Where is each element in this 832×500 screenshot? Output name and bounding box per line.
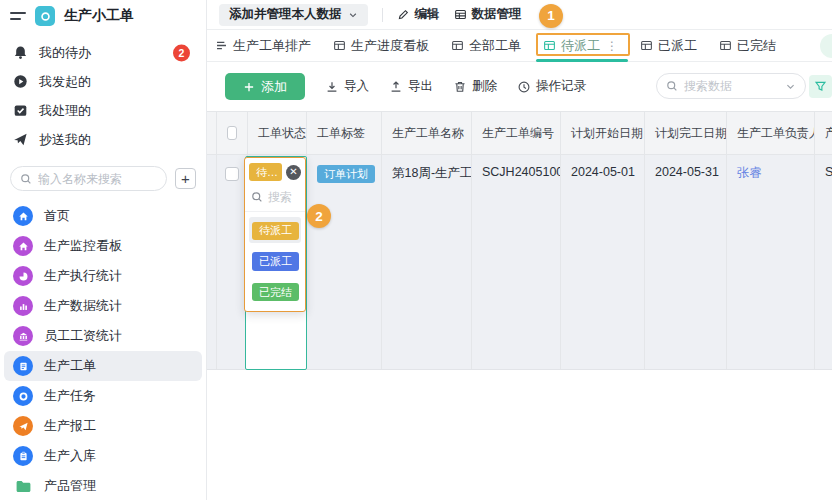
- sidebar-item-home[interactable]: 首页: [4, 201, 202, 231]
- column-header-code[interactable]: 生产工单编号: [472, 112, 561, 154]
- sidebar-item-data-stats[interactable]: 生产数据统计: [4, 291, 202, 321]
- status-select-editor: 待... ✕ 待派工 已派工 已完结: [244, 157, 306, 312]
- add-record-button[interactable]: 添加: [225, 73, 305, 100]
- column-header-status[interactable]: 工单状态: [248, 112, 307, 154]
- sidebar-item-label: 生产监控看板: [44, 237, 122, 255]
- tab-all-orders[interactable]: 全部工单: [451, 30, 521, 62]
- main-area: 添加并管理本人数据 编辑 数据管理 生产工单排产 生产进度看板: [207, 0, 832, 500]
- status-search-row[interactable]: [245, 185, 305, 212]
- annotation-step-1-badge: 1: [539, 4, 563, 28]
- sidebar-header: 生产小工单: [0, 0, 206, 32]
- tab-label: 待派工: [561, 37, 600, 55]
- sidebar-item-handled-by-me[interactable]: 我处理的: [0, 96, 206, 125]
- tab-completed[interactable]: 已完结: [719, 30, 776, 62]
- tab-label: 已派工: [658, 37, 697, 55]
- export-label: 导出: [408, 78, 433, 95]
- tab-label: 全部工单: [469, 37, 521, 55]
- chevron-down-icon[interactable]: [785, 81, 796, 92]
- cell-code[interactable]: SCJH24051001: [472, 155, 561, 369]
- sidebar-item-work-report[interactable]: 生产报工: [4, 411, 202, 441]
- column-header-tag[interactable]: 工单标签: [307, 112, 382, 154]
- sidebar-search-input[interactable]: [38, 172, 157, 186]
- grid-view-icon: [640, 39, 653, 52]
- tab-dispatched[interactable]: 已派工: [640, 30, 697, 62]
- sidebar-add-button[interactable]: +: [175, 168, 196, 189]
- target-icon: [13, 386, 33, 406]
- view-tab-bar: 生产工单排产 生产进度看板 全部工单 待派工 ⋮ 1 已派工: [207, 30, 832, 62]
- data-manage-button[interactable]: 数据管理: [454, 6, 522, 23]
- cell-tag[interactable]: 订单计划: [307, 155, 382, 369]
- cell-start-date[interactable]: 2024-05-01: [561, 155, 645, 369]
- menu-icon[interactable]: [10, 10, 26, 22]
- option-completed[interactable]: 已完结: [249, 279, 301, 305]
- sidebar-item-label: 首页: [44, 207, 70, 225]
- filter-button[interactable]: [809, 75, 832, 98]
- column-header-product[interactable]: 产: [815, 112, 832, 154]
- cell-product[interactable]: S: [815, 155, 832, 369]
- option-dispatched[interactable]: 已派工: [249, 248, 301, 274]
- sidebar-item-inbound[interactable]: 生产入库: [4, 441, 202, 471]
- home-icon: [13, 206, 33, 226]
- sidebar-item-label: 生产任务: [44, 387, 96, 405]
- tab-label: 生产进度看板: [351, 37, 429, 55]
- owner-link[interactable]: 张睿: [737, 166, 762, 180]
- column-header-name[interactable]: 生产工单名称: [382, 112, 472, 154]
- cell-owner[interactable]: 张睿: [727, 155, 815, 369]
- select-all-checkbox[interactable]: [227, 126, 237, 140]
- cell-name[interactable]: 第18周-生产工...: [382, 155, 472, 369]
- bar-chart-icon: [13, 296, 33, 316]
- rank-icon: [215, 39, 228, 52]
- delete-button[interactable]: 删除: [453, 78, 497, 95]
- header-divider: [382, 8, 383, 22]
- status-search-input[interactable]: [268, 190, 299, 204]
- option-pending-dispatch[interactable]: 待派工: [249, 217, 301, 243]
- clipboard-icon: [13, 446, 33, 466]
- sidebar-item-exec-stats[interactable]: 生产执行统计: [4, 261, 202, 291]
- new-view-button[interactable]: 新建视图: [820, 34, 832, 58]
- grid-view-icon: [543, 39, 556, 52]
- sidebar-item-initiated-by-me[interactable]: 我发起的: [0, 67, 206, 96]
- export-button[interactable]: 导出: [389, 78, 433, 95]
- import-button[interactable]: 导入: [325, 78, 369, 95]
- sidebar-item-salary-stats[interactable]: 员工工资统计: [4, 321, 202, 351]
- column-header-start-date[interactable]: 计划开始日期: [561, 112, 645, 154]
- column-header-end-date[interactable]: 计划完工日期: [645, 112, 727, 154]
- sidebar-item-task[interactable]: 生产任务: [4, 381, 202, 411]
- annotation-step-2-badge: 2: [307, 204, 331, 228]
- sidebar-item-label: 员工工资统计: [44, 327, 122, 345]
- manage-data-button[interactable]: 添加并管理本人数据: [219, 4, 368, 26]
- sidebar-item-monitor-board[interactable]: 生产监控看板: [4, 231, 202, 261]
- tab-progress-board[interactable]: 生产进度看板: [333, 30, 429, 62]
- add-label: 添加: [261, 78, 287, 96]
- search-icon: [251, 191, 263, 203]
- history-button[interactable]: 操作记录: [517, 78, 586, 95]
- pie-chart-icon: [13, 266, 33, 286]
- tab-more-icon[interactable]: ⋮: [606, 39, 618, 53]
- app-window: 生产小工单 我的待办 2 我发起的 我处理的: [0, 0, 832, 500]
- table-search-input[interactable]: [684, 79, 779, 93]
- tab-pending-dispatch[interactable]: 待派工 ⋮ 1: [543, 30, 618, 62]
- delete-label: 删除: [472, 78, 497, 95]
- toolbar: 添加 导入 导出 删除 操作记录: [207, 62, 832, 111]
- sidebar-item-cc-to-me[interactable]: 抄送我的: [0, 125, 206, 154]
- selected-status-tag: 待...: [249, 163, 282, 181]
- clock-icon: [517, 80, 531, 94]
- column-header-owner[interactable]: 生产工单负责人: [727, 112, 815, 154]
- row-checkbox[interactable]: [225, 167, 239, 181]
- sidebar-search-row: +: [0, 156, 206, 199]
- cell-end-date[interactable]: 2024-05-31: [645, 155, 727, 369]
- sidebar-item-work-order[interactable]: 生产工单: [4, 351, 202, 381]
- sidebar-item-product-mgmt[interactable]: 产品管理: [4, 471, 202, 500]
- sidebar-item-my-todo[interactable]: 我的待办 2: [0, 38, 206, 67]
- sidebar-search-box[interactable]: [10, 166, 167, 191]
- search-icon: [20, 173, 32, 185]
- remove-tag-icon[interactable]: ✕: [286, 165, 301, 180]
- bell-icon: [12, 44, 29, 61]
- sidebar-item-label: 生产入库: [44, 447, 96, 465]
- table-search-box[interactable]: [656, 73, 806, 99]
- edit-button[interactable]: 编辑: [397, 6, 440, 23]
- tab-scheduling[interactable]: 生产工单排产: [215, 30, 311, 62]
- status-options: 待派工 已派工 已完结: [245, 212, 305, 311]
- pencil-icon: [397, 8, 410, 21]
- app-title: 生产小工单: [64, 7, 134, 25]
